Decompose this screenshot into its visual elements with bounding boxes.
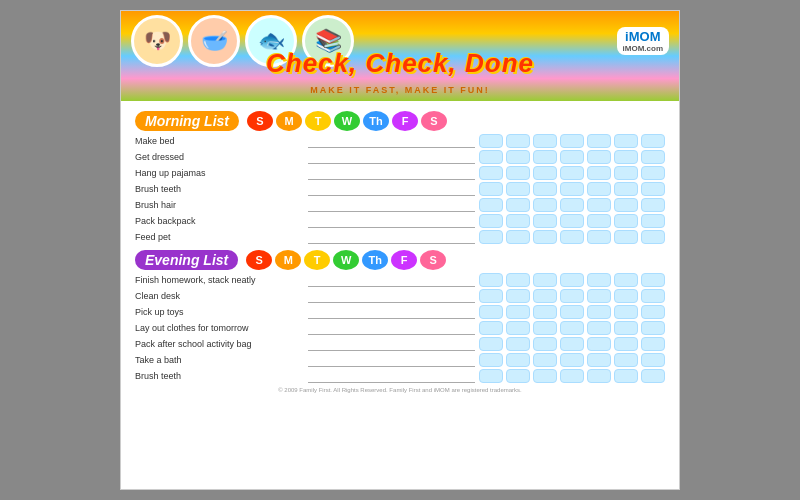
checkbox[interactable] bbox=[560, 214, 584, 228]
checkbox[interactable] bbox=[560, 321, 584, 335]
checkbox[interactable] bbox=[587, 166, 611, 180]
checkbox[interactable] bbox=[533, 289, 557, 303]
checkbox[interactable] bbox=[533, 369, 557, 383]
checkbox[interactable] bbox=[560, 150, 584, 164]
checkbox[interactable] bbox=[560, 134, 584, 148]
checkbox[interactable] bbox=[587, 273, 611, 287]
checkbox[interactable] bbox=[614, 321, 638, 335]
checkbox[interactable] bbox=[506, 321, 530, 335]
checkbox[interactable] bbox=[506, 305, 530, 319]
checkbox[interactable] bbox=[614, 305, 638, 319]
checkbox[interactable] bbox=[533, 305, 557, 319]
checkbox[interactable] bbox=[560, 369, 584, 383]
checkbox[interactable] bbox=[614, 134, 638, 148]
checkbox[interactable] bbox=[614, 230, 638, 244]
checkbox[interactable] bbox=[587, 321, 611, 335]
checkbox[interactable] bbox=[479, 230, 503, 244]
checkbox[interactable] bbox=[614, 182, 638, 196]
checkbox[interactable] bbox=[506, 166, 530, 180]
checkbox[interactable] bbox=[587, 134, 611, 148]
checkbox[interactable] bbox=[587, 150, 611, 164]
checkbox[interactable] bbox=[533, 150, 557, 164]
checkbox[interactable] bbox=[614, 353, 638, 367]
checkbox[interactable] bbox=[560, 198, 584, 212]
checkbox[interactable] bbox=[506, 182, 530, 196]
checkbox[interactable] bbox=[587, 353, 611, 367]
checkbox[interactable] bbox=[560, 230, 584, 244]
checkbox[interactable] bbox=[587, 198, 611, 212]
checkbox[interactable] bbox=[614, 198, 638, 212]
checkbox[interactable] bbox=[533, 182, 557, 196]
checkbox[interactable] bbox=[587, 337, 611, 351]
checkbox[interactable] bbox=[641, 198, 665, 212]
checkbox[interactable] bbox=[641, 305, 665, 319]
checkbox[interactable] bbox=[614, 150, 638, 164]
checkbox[interactable] bbox=[587, 369, 611, 383]
checkbox[interactable] bbox=[641, 134, 665, 148]
checkbox[interactable] bbox=[479, 353, 503, 367]
checkbox[interactable] bbox=[533, 134, 557, 148]
checkbox[interactable] bbox=[641, 273, 665, 287]
checkbox[interactable] bbox=[479, 182, 503, 196]
checkbox[interactable] bbox=[560, 182, 584, 196]
checkbox[interactable] bbox=[560, 289, 584, 303]
checkbox[interactable] bbox=[641, 337, 665, 351]
checkbox[interactable] bbox=[614, 166, 638, 180]
checkbox[interactable] bbox=[641, 289, 665, 303]
checkbox[interactable] bbox=[641, 321, 665, 335]
checkbox[interactable] bbox=[479, 166, 503, 180]
checkbox[interactable] bbox=[533, 198, 557, 212]
checkbox[interactable] bbox=[587, 289, 611, 303]
checkbox[interactable] bbox=[506, 369, 530, 383]
checkbox[interactable] bbox=[641, 182, 665, 196]
checkbox[interactable] bbox=[560, 305, 584, 319]
checkbox[interactable] bbox=[533, 353, 557, 367]
checkbox[interactable] bbox=[560, 337, 584, 351]
checkbox[interactable] bbox=[614, 369, 638, 383]
checkbox[interactable] bbox=[506, 289, 530, 303]
task-line bbox=[308, 369, 475, 383]
checkbox[interactable] bbox=[506, 230, 530, 244]
checkbox[interactable] bbox=[479, 337, 503, 351]
checkbox[interactable] bbox=[587, 182, 611, 196]
checkbox[interactable] bbox=[506, 273, 530, 287]
checkbox[interactable] bbox=[641, 214, 665, 228]
checkbox[interactable] bbox=[641, 230, 665, 244]
checkbox[interactable] bbox=[506, 150, 530, 164]
checkbox[interactable] bbox=[533, 214, 557, 228]
task-row: Brush hair bbox=[135, 198, 665, 212]
checkbox[interactable] bbox=[533, 337, 557, 351]
checkbox[interactable] bbox=[614, 214, 638, 228]
checkbox[interactable] bbox=[587, 214, 611, 228]
checkbox[interactable] bbox=[641, 369, 665, 383]
checkbox[interactable] bbox=[533, 166, 557, 180]
checkbox[interactable] bbox=[533, 321, 557, 335]
checkbox[interactable] bbox=[479, 198, 503, 212]
checkbox[interactable] bbox=[560, 353, 584, 367]
checkbox[interactable] bbox=[614, 273, 638, 287]
checkbox[interactable] bbox=[641, 150, 665, 164]
checkbox[interactable] bbox=[641, 166, 665, 180]
checkbox[interactable] bbox=[479, 150, 503, 164]
checkbox[interactable] bbox=[533, 230, 557, 244]
checkbox[interactable] bbox=[506, 337, 530, 351]
checkbox[interactable] bbox=[479, 214, 503, 228]
checkbox[interactable] bbox=[479, 273, 503, 287]
checkbox[interactable] bbox=[614, 337, 638, 351]
checkbox[interactable] bbox=[479, 369, 503, 383]
checkbox[interactable] bbox=[506, 353, 530, 367]
checkbox[interactable] bbox=[641, 353, 665, 367]
checkbox[interactable] bbox=[560, 166, 584, 180]
checkbox[interactable] bbox=[479, 289, 503, 303]
checkbox[interactable] bbox=[614, 289, 638, 303]
checkbox[interactable] bbox=[506, 214, 530, 228]
checkbox[interactable] bbox=[479, 321, 503, 335]
checkbox[interactable] bbox=[587, 230, 611, 244]
checkbox[interactable] bbox=[506, 134, 530, 148]
checkbox[interactable] bbox=[533, 273, 557, 287]
checkbox[interactable] bbox=[479, 134, 503, 148]
checkbox[interactable] bbox=[587, 305, 611, 319]
checkbox[interactable] bbox=[506, 198, 530, 212]
checkbox[interactable] bbox=[560, 273, 584, 287]
checkbox[interactable] bbox=[479, 305, 503, 319]
